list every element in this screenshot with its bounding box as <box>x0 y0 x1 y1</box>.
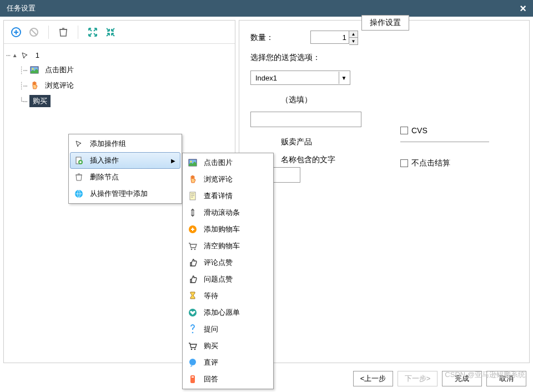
submenu-scroll[interactable]: 滑动滚动条 <box>184 204 272 221</box>
thumb-icon <box>187 257 198 268</box>
submenu-view-detail[interactable]: 查看详情 <box>184 188 272 204</box>
qty-input[interactable] <box>310 31 349 44</box>
menu-label: 浏览评论 <box>204 174 233 184</box>
menu-insert-action[interactable]: 插入操作 ▶ <box>70 152 180 169</box>
trash-icon <box>73 172 84 183</box>
window-title: 任务设置 <box>7 3 36 13</box>
submenu-direct-review[interactable]: 直评 <box>184 354 272 371</box>
menu-add-from-mgr[interactable]: 从操作管理中添加 <box>70 185 180 202</box>
svg-point-15 <box>191 349 193 350</box>
submenu-arrow-icon: ▶ <box>171 158 175 164</box>
prev-button[interactable]: <上一步 <box>353 371 393 386</box>
menu-label: 回答 <box>204 374 218 384</box>
cancel-button[interactable]: 取消 <box>486 371 526 386</box>
menu-label: 直评 <box>204 358 218 368</box>
question-icon <box>187 324 198 335</box>
submenu-click-image[interactable]: 点击图片 <box>184 154 272 171</box>
photo-icon <box>187 157 198 168</box>
delivery-label: 选择您的送货选项： <box>250 53 334 63</box>
menu-label: 等待 <box>204 291 218 301</box>
collapse-button[interactable] <box>103 24 118 40</box>
tree-item[interactable]: └⋯ 购买 <box>6 93 233 109</box>
menu-label: 添加购物车 <box>204 224 240 234</box>
submenu-clear-cart[interactable]: 清空购物车 <box>184 238 272 254</box>
cart-icon <box>187 340 198 351</box>
svg-rect-19 <box>192 376 194 378</box>
cursor-icon <box>73 138 84 149</box>
submenu-wait[interactable]: 等待 <box>184 288 272 304</box>
svg-point-12 <box>194 249 196 250</box>
heart-icon <box>187 307 198 318</box>
submenu-wishlist[interactable]: 添加心愿单 <box>184 304 272 321</box>
doc-icon <box>187 190 198 202</box>
submenu-review-like[interactable]: 评论点赞 <box>184 254 272 271</box>
menu-label: 点击图片 <box>204 158 233 168</box>
tree-item-label: 点击图片 <box>42 64 77 76</box>
scroll-icon <box>187 207 198 218</box>
hand-icon <box>29 81 39 91</box>
menu-add-group[interactable]: 添加操作组 <box>70 135 180 152</box>
footer-buttons: <上一步 下一步> 完成 取消 <box>353 371 526 386</box>
name-contains-label: 名称包含的文字 <box>281 153 518 167</box>
cart-add-icon <box>187 224 198 235</box>
cursor-icon <box>20 51 30 61</box>
add-button[interactable] <box>8 24 24 40</box>
cvs-checkbox[interactable] <box>400 127 408 134</box>
menu-label: 购买 <box>204 341 218 351</box>
disable-button[interactable] <box>26 24 42 40</box>
cvs-label: CVS <box>411 126 428 135</box>
spinner-down-icon[interactable]: ▼ <box>349 38 358 44</box>
menu-label: 从操作管理中添加 <box>90 189 148 199</box>
submenu-answer[interactable]: 回答 <box>184 371 272 388</box>
svg-point-8 <box>190 161 192 163</box>
submenu-browse-review[interactable]: 浏览评论 <box>184 171 272 188</box>
menu-label: 插入操作 <box>90 155 119 165</box>
submenu-ask[interactable]: 提问 <box>184 321 272 338</box>
chevron-down-icon: ▼ <box>339 72 349 84</box>
context-menu: 添加操作组 插入操作 ▶ 删除节点 从操作管理中添加 <box>68 134 182 204</box>
submenu: 点击图片 浏览评论 查看详情 滑动滚动条 添加购物车 清空购物车 评论点赞 问题… <box>182 153 274 389</box>
menu-label: 删除节点 <box>90 172 119 182</box>
globe-icon <box>73 188 84 199</box>
tree-view: ⋯ ▲ 1 ┊⋯ 点击图片 ┊⋯ 浏览评论 └⋯ 购买 <box>4 44 235 113</box>
submenu-question-like[interactable]: 问题点赞 <box>184 271 272 288</box>
left-panel: ⋯ ▲ 1 ┊⋯ 点击图片 ┊⋯ 浏览评论 └⋯ 购买 <box>3 20 235 363</box>
menu-label: 查看详情 <box>204 191 233 201</box>
menu-label: 添加操作组 <box>90 139 126 149</box>
finish-button[interactable]: 完成 <box>442 371 482 386</box>
close-icon[interactable]: × <box>520 2 526 15</box>
text-input-1[interactable] <box>250 112 361 127</box>
spinner-up-icon[interactable]: ▲ <box>349 31 358 38</box>
cart-clear-icon <box>187 240 198 252</box>
trash-button[interactable] <box>56 24 71 40</box>
chat-icon <box>187 357 198 368</box>
right-panel: 操作设置 数量： ▲▼ 选择您的送货选项： Index1 ▼ （选填） CVS <box>239 20 530 363</box>
svg-point-16 <box>194 349 196 350</box>
svg-point-3 <box>32 68 33 70</box>
tree-root-label: 1 <box>32 50 43 61</box>
tree-item-label: 浏览评论 <box>42 79 77 92</box>
no-checkout-checkbox[interactable] <box>400 159 408 167</box>
submenu-buy[interactable]: 购买 <box>184 338 272 354</box>
next-button[interactable]: 下一步> <box>398 371 438 386</box>
tree-root[interactable]: ⋯ ▲ 1 <box>6 48 233 62</box>
expand-button[interactable] <box>85 24 100 40</box>
hand-icon <box>187 174 198 185</box>
delivery-select[interactable]: Index1 ▼ <box>250 71 350 85</box>
qty-spinner[interactable]: ▲▼ <box>349 31 358 45</box>
tree-item-label-selected: 购买 <box>29 95 51 107</box>
panel-legend: 操作设置 <box>361 15 409 31</box>
asin-label-partial: （选填） <box>281 93 518 107</box>
svg-point-11 <box>191 249 193 250</box>
qty-label: 数量： <box>250 33 289 43</box>
menu-label: 清空购物车 <box>204 241 240 251</box>
title-bar: 任务设置 × <box>0 0 533 17</box>
hourglass-icon <box>187 290 198 301</box>
menu-label: 滑动滚动条 <box>204 208 240 218</box>
tree-item[interactable]: ┊⋯ 点击图片 <box>6 62 233 78</box>
photo-icon <box>29 65 39 75</box>
menu-delete-node[interactable]: 删除节点 <box>70 169 180 185</box>
tree-item[interactable]: ┊⋯ 浏览评论 <box>6 78 233 93</box>
thumb-icon <box>187 274 198 285</box>
submenu-add-cart[interactable]: 添加购物车 <box>184 221 272 238</box>
